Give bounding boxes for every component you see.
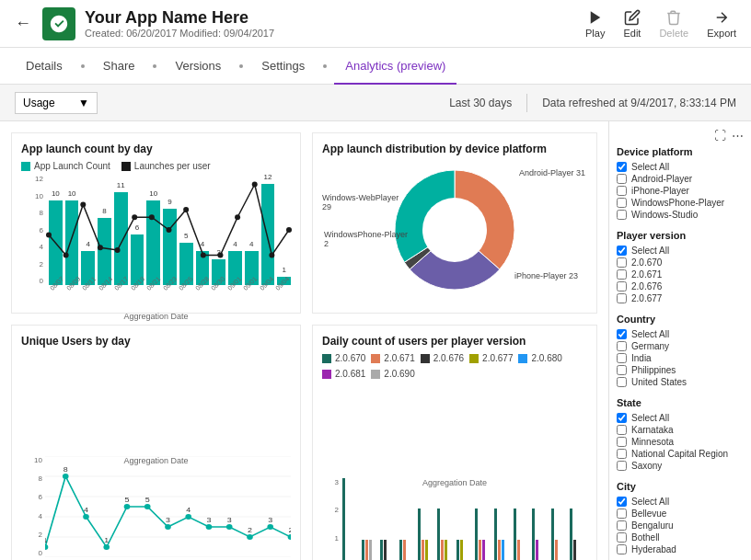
svg-point-39 [206, 524, 213, 530]
svg-point-41 [226, 524, 233, 530]
more-icon[interactable]: ⋯ [732, 129, 744, 143]
svg-text:5: 5 [125, 495, 130, 503]
svg-point-25 [63, 474, 69, 479]
svg-text:2: 2 [288, 525, 290, 533]
filter-item[interactable]: National Capital Region [617, 448, 744, 460]
delete-button[interactable]: Delete [659, 9, 688, 39]
svg-point-10 [201, 253, 206, 258]
svg-point-8 [167, 227, 172, 233]
svg-point-6 [132, 214, 137, 220]
filter-item[interactable]: 2.0.670 [617, 257, 744, 269]
app-meta: Created: 06/20/2017 Modified: 09/04/2017 [85, 28, 585, 39]
svg-point-11 [217, 253, 223, 258]
svg-point-37 [185, 514, 191, 520]
svg-marker-0 [590, 11, 600, 24]
tab-analytics[interactable]: Analytics (preview) [334, 48, 456, 85]
svg-text:1: 1 [45, 535, 48, 543]
filter-item[interactable]: Philippines [617, 364, 744, 376]
svg-point-35 [165, 524, 171, 530]
svg-point-13 [252, 182, 258, 188]
svg-point-12 [235, 214, 240, 220]
tab-settings[interactable]: Settings [250, 48, 316, 85]
filter-item[interactable]: Minnesota [617, 436, 744, 448]
edit-button[interactable]: Edit [623, 9, 641, 39]
filter-item[interactable]: Karnataka [617, 424, 744, 436]
app-logo [42, 7, 75, 40]
svg-point-2 [64, 253, 69, 258]
chart3-title: Unique Users by day [21, 335, 291, 348]
svg-point-23 [45, 544, 48, 550]
filter-item[interactable]: Germany [617, 340, 744, 352]
country-filter: Country Select All Germany India Philipp… [617, 314, 744, 388]
chart1-title: App launch count by day [21, 143, 291, 155]
svg-point-45 [267, 524, 273, 530]
svg-text:3: 3 [207, 515, 212, 523]
svg-text:5: 5 [145, 495, 150, 503]
svg-text:2: 2 [248, 525, 252, 533]
filter-item[interactable]: Saxony [617, 460, 744, 472]
device-platform-filter: Device platform Select All Android-Playe… [617, 146, 744, 221]
tab-share[interactable]: Share [92, 48, 146, 85]
tab-versions[interactable]: Versions [164, 48, 232, 85]
filter-item[interactable]: 2.0.671 [617, 269, 744, 280]
svg-point-1 [46, 233, 52, 238]
svg-point-15 [286, 227, 292, 233]
filter-item[interactable]: Select All [617, 161, 744, 173]
filter-item[interactable]: Android-Player [617, 173, 744, 185]
svg-text:4: 4 [186, 505, 191, 513]
filter-item[interactable]: 2.0.676 [617, 280, 744, 292]
filter-item[interactable]: Select All [617, 328, 744, 340]
svg-text:3: 3 [227, 515, 232, 523]
chart4-title: Daily count of users per player version [322, 335, 587, 348]
svg-point-43 [247, 534, 253, 540]
filter-item[interactable]: WindowsPhone-Player [617, 197, 744, 209]
filter-item[interactable]: Hyderabad [617, 543, 744, 555]
svg-text:3: 3 [268, 515, 272, 523]
filter-item[interactable]: 2.0.677 [617, 292, 744, 304]
svg-point-33 [144, 504, 151, 509]
filter-item[interactable]: Select All [617, 496, 744, 508]
svg-text:4: 4 [84, 505, 88, 513]
chart-unique-users: Unique Users by day 1086420 184155343323… [11, 325, 301, 560]
chart-device-platform: App launch distribution by device platfo… [312, 132, 597, 314]
filter-item[interactable]: Windows-Studio [617, 209, 744, 221]
chart-user-version: Daily count of users per player version … [312, 325, 597, 560]
svg-point-3 [80, 202, 86, 208]
state-filter: State Select All Karnataka Minnesota Nat… [617, 397, 744, 472]
svg-point-4 [98, 245, 103, 250]
player-version-filter: Player version Select All 2.0.670 2.0.67… [617, 230, 744, 304]
usage-dropdown[interactable]: Usage ▼ [15, 92, 98, 114]
refresh-label: Data refreshed at 9/4/2017, 8:33:14 PM [542, 97, 736, 109]
filter-item[interactable]: India [617, 352, 744, 364]
filter-item[interactable]: Bengaluru [617, 520, 744, 531]
svg-text:8: 8 [64, 464, 68, 473]
svg-point-7 [149, 214, 155, 220]
city-filter: City Select All Bellevue Bengaluru Bothe… [617, 481, 744, 555]
tab-details[interactable]: Details [15, 48, 74, 85]
svg-point-14 [269, 253, 274, 258]
filter-item[interactable]: Bothell [617, 531, 744, 543]
play-button[interactable]: Play [585, 9, 605, 39]
svg-point-27 [83, 514, 89, 520]
svg-text:3: 3 [166, 515, 170, 523]
filter-item[interactable]: iPhone-Player [617, 185, 744, 197]
svg-point-5 [115, 247, 121, 253]
filter-item[interactable]: Select All [617, 245, 744, 257]
svg-text:1: 1 [104, 535, 109, 543]
export-button[interactable]: Export [707, 9, 736, 39]
svg-point-31 [124, 504, 131, 509]
chart-launch-count: App launch count by day App Launch Count… [11, 132, 301, 314]
last-period-label: Last 30 days [449, 97, 512, 109]
svg-point-9 [183, 207, 189, 212]
chart2-title: App launch distribution by device platfo… [322, 143, 587, 155]
filter-item[interactable]: United States [617, 376, 744, 388]
filter-item[interactable]: Select All [617, 412, 744, 424]
back-button[interactable]: ← [15, 14, 31, 33]
svg-point-29 [103, 544, 110, 550]
expand-icon[interactable]: ⛶ [714, 129, 726, 143]
app-title: Your App Name Here [85, 8, 585, 28]
filter-item[interactable]: Bellevue [617, 508, 744, 520]
